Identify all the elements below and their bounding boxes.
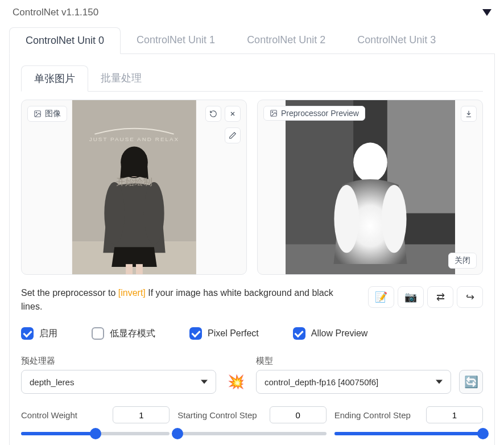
accordion-header[interactable]: ControlNet v1.1.150 (0, 0, 504, 23)
refresh-icon: 🔄 (464, 375, 478, 389)
refresh-models-button[interactable]: 🔄 (459, 370, 483, 394)
burst-icon: 💥 (228, 374, 245, 390)
tab-unit-3[interactable]: ControlNet Unit 3 (341, 27, 452, 53)
svg-point-20 (381, 185, 406, 253)
control-weight-input[interactable] (113, 406, 170, 423)
starting-step-label: Starting Control Step (177, 410, 257, 420)
swap-button[interactable]: ⇄ (427, 286, 453, 308)
download-button[interactable] (461, 106, 477, 122)
starting-step-group: Starting Control Step (177, 406, 326, 439)
send-button[interactable]: ↪ (457, 286, 483, 308)
allow-preview-checkbox[interactable]: Allow Preview (293, 327, 368, 340)
ending-step-slider[interactable] (334, 428, 483, 439)
undo-icon (209, 110, 217, 118)
input-image: JUST PAUSE AND RELAX 开始绘制 (72, 100, 196, 274)
svg-point-1 (36, 112, 37, 113)
svg-rect-10 (126, 264, 133, 274)
webcam-button[interactable]: 📷 (398, 286, 424, 308)
svg-point-8 (104, 182, 125, 244)
draw-overlay-text: 开始绘制 (116, 177, 152, 187)
svg-rect-11 (135, 264, 142, 274)
invert-link[interactable]: [invert] (118, 288, 146, 298)
image-icon (270, 109, 278, 117)
image-panels: 图像 JUST PAUSE AND RELAX (21, 100, 483, 275)
options-row: 启用 低显存模式 Pixel Perfect Allow Preview (21, 327, 483, 340)
control-weight-group: Control Weight (21, 406, 170, 439)
checkbox-icon (293, 327, 305, 340)
tab-batch[interactable]: 批量处理 (88, 65, 154, 91)
preprocessor-select[interactable]: depth_leres (21, 370, 216, 394)
svg-point-18 (353, 143, 387, 183)
svg-point-19 (334, 185, 359, 253)
preview-panel: Preprocessor Preview 关闭 (257, 100, 483, 275)
tab-unit-2[interactable]: ControlNet Unit 2 (231, 27, 341, 53)
new-canvas-button[interactable]: 📝 (368, 286, 394, 308)
control-weight-slider[interactable] (21, 428, 170, 439)
send-icon: ↪ (466, 291, 474, 303)
model-select[interactable]: control_depth-fp16 [400750f6] (256, 370, 451, 394)
preprocessor-label: 预处理器 (21, 356, 216, 366)
starting-step-slider[interactable] (177, 428, 326, 439)
sliders-row: Control Weight Starting Control Step End… (21, 406, 483, 439)
caret-down-icon (482, 9, 491, 16)
tab-single-image[interactable]: 单张图片 (21, 65, 88, 92)
ending-step-label: Ending Control Step (334, 410, 411, 420)
help-row: Set the preprocessor to [invert] If your… (21, 286, 483, 314)
svg-point-9 (143, 182, 164, 244)
panel-action-buttons: 📝 📷 ⇄ ↪ (368, 286, 483, 308)
swap-icon: ⇄ (436, 291, 445, 303)
run-preprocessor-button[interactable]: 💥 (224, 370, 248, 394)
tab-unit-1[interactable]: ControlNet Unit 1 (121, 27, 231, 53)
svg-point-13 (272, 112, 273, 113)
tab-unit-0[interactable]: ControlNet Unit 0 (9, 27, 121, 54)
input-image-label: 图像 (27, 106, 67, 122)
checkbox-icon (189, 327, 202, 340)
checkbox-icon (21, 327, 34, 340)
download-icon (465, 110, 473, 118)
undo-button[interactable] (205, 106, 221, 122)
preview-image (285, 100, 455, 274)
pixel-perfect-checkbox[interactable]: Pixel Perfect (189, 327, 259, 340)
preview-label: Preprocessor Preview (263, 106, 365, 121)
unit-tabs: ControlNet Unit 0 ControlNet Unit 1 Cont… (9, 27, 495, 54)
edit-button[interactable] (225, 127, 241, 143)
enable-checkbox[interactable]: 启用 (21, 327, 57, 340)
unit-panel: 单张图片 批量处理 图像 (9, 54, 495, 445)
ending-step-input[interactable] (426, 406, 483, 423)
control-weight-label: Control Weight (21, 410, 77, 420)
doc-icon: 📝 (375, 291, 387, 303)
model-row: 预处理器 depth_leres 💥 模型 control_depth-fp16… (21, 356, 483, 394)
close-icon (229, 110, 236, 117)
image-icon (34, 110, 42, 118)
input-image-panel[interactable]: 图像 JUST PAUSE AND RELAX (21, 100, 247, 275)
lowvram-checkbox[interactable]: 低显存模式 (92, 327, 155, 340)
pencil-icon (229, 131, 237, 139)
close-preview-button[interactable]: 关闭 (448, 253, 477, 269)
accordion-title: ControlNet v1.1.150 (13, 7, 98, 18)
checkbox-icon (92, 327, 104, 340)
starting-step-input[interactable] (270, 406, 327, 423)
camera-icon: 📷 (404, 291, 417, 303)
help-text: Set the preprocessor to [invert] If your… (21, 286, 351, 314)
input-mode-tabs: 单张图片 批量处理 (21, 65, 483, 92)
svg-text:JUST PAUSE AND RELAX: JUST PAUSE AND RELAX (89, 136, 179, 142)
model-label: 模型 (256, 356, 451, 366)
ending-step-group: Ending Control Step (334, 406, 483, 439)
clear-button[interactable] (225, 106, 241, 122)
